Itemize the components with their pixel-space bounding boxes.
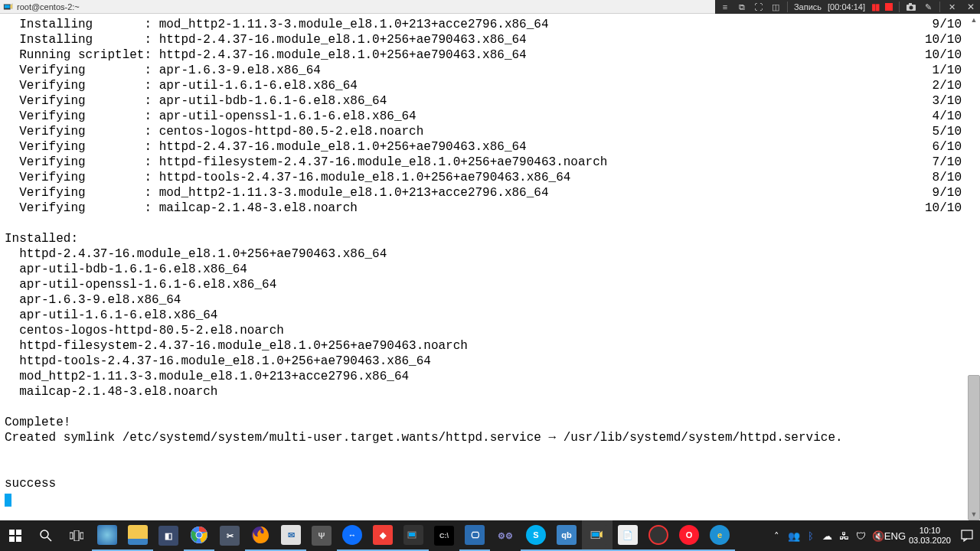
terminal-line: Verifying : httpd-2.4.37-16.module_el8.1… <box>5 139 963 155</box>
terminal-line: httpd-2.4.37-16.module_el8.1.0+256+ae790… <box>5 246 963 262</box>
taskbar[interactable]: ◧ ✂ ✉ Ψ ↔ ◆ C:\ 🖵 ⚙⚙ S qb 📄 O e ˄ 👥 ᛒ ☁ … <box>0 520 980 551</box>
taskbar-app-ie[interactable]: e <box>704 520 735 551</box>
terminal-output[interactable]: Installing : mod_http2-1.11.3-3.module_e… <box>0 14 968 520</box>
svg-rect-8 <box>16 536 21 542</box>
taskbar-app-browser1[interactable] <box>92 520 122 551</box>
terminal-line: Verifying : apr-util-1.6.1-6.el8.x86_642… <box>5 78 963 93</box>
terminal-line: mailcap-2.1.48-3.el8.noarch <box>5 384 963 399</box>
region-icon[interactable]: ◫ <box>770 2 781 12</box>
svg-rect-3 <box>909 3 912 5</box>
terminal-line <box>5 216 963 231</box>
terminal-line: Verifying : httpd-tools-2.4.37-16.module… <box>5 170 963 185</box>
svg-point-9 <box>41 530 48 538</box>
taskbar-app-explorer[interactable] <box>122 520 153 551</box>
taskbar-app-cmd[interactable]: C:\ <box>429 520 459 551</box>
recording-time: [00:04:14] <box>828 2 865 11</box>
svg-rect-22 <box>592 533 599 537</box>
tray-defender-icon[interactable]: 🛡 <box>855 530 867 542</box>
terminal-line: httpd-tools-2.4.37-16.module_el8.1.0+256… <box>5 354 963 369</box>
scrollbar-thumb[interactable] <box>968 375 980 520</box>
start-button[interactable] <box>0 520 31 551</box>
tray-notifications-icon[interactable] <box>959 528 975 543</box>
taskbar-app-skype[interactable]: S <box>521 520 551 551</box>
taskbar-app-notepad[interactable]: 📄 <box>612 520 643 551</box>
taskbar-app-putty-active[interactable] <box>582 520 612 551</box>
terminal-line: Verifying : httpd-filesystem-2.4.37-16.m… <box>5 155 963 170</box>
terminal-line <box>5 399 963 415</box>
taskbar-app-putty2[interactable] <box>398 520 429 551</box>
svg-rect-6 <box>16 530 21 535</box>
terminal-line: Verifying : mailcap-2.1.48-3.el8.noarch1… <box>5 201 963 216</box>
terminal-line <box>5 461 963 476</box>
terminal-line: Installing : httpd-2.4.37-16.module_el8.… <box>5 32 963 47</box>
terminal-line: mod_http2-1.11.3-3.module_el8.1.0+213+ac… <box>5 369 963 384</box>
terminal-line: apr-util-openssl-1.6.1-6.el8.x86_64 <box>5 277 963 292</box>
terminal-line: Verifying : mod_http2-1.11.3-3.module_el… <box>5 185 963 201</box>
terminal-line: Installing : mod_http2-1.11.3-3.module_e… <box>5 17 963 32</box>
svg-rect-1 <box>5 5 10 8</box>
svg-rect-12 <box>74 530 79 541</box>
taskbar-app-rdp[interactable]: 🖵 <box>459 520 490 551</box>
tray-language[interactable]: ENG <box>889 530 901 542</box>
taskbar-app-usb[interactable]: Ψ <box>306 520 337 551</box>
svg-line-10 <box>47 537 51 541</box>
tray-cloud-icon[interactable]: ☁ <box>822 530 834 542</box>
separator <box>939 2 940 12</box>
tray-network-icon[interactable]: 🖧 <box>838 530 851 542</box>
tray-people-icon[interactable]: 👥 <box>788 530 800 542</box>
separator <box>899 2 900 12</box>
terminal-line: apr-util-bdb-1.6.1-6.el8.x86_64 <box>5 262 963 277</box>
svg-rect-11 <box>70 533 73 539</box>
taskbar-app-qbit[interactable]: qb <box>551 520 582 551</box>
svg-rect-20 <box>409 533 415 536</box>
layout-icon[interactable]: ≡ <box>720 2 730 12</box>
scroll-down-button[interactable]: ▼ <box>968 508 980 520</box>
taskbar-app-teamviewer[interactable]: ↔ <box>337 520 368 551</box>
taskbar-app-mail[interactable]: ✉ <box>276 520 306 551</box>
terminal-line: success <box>5 476 963 491</box>
terminal-line: Verifying : centos-logos-httpd-80.5-2.el… <box>5 124 963 139</box>
overlap-icon[interactable]: ⧉ <box>737 2 747 12</box>
terminal-cursor-line <box>5 491 963 507</box>
taskbar-app-opera[interactable]: O <box>674 520 704 551</box>
tray-bluetooth-icon[interactable]: ᛒ <box>805 530 817 542</box>
tray-volume-icon[interactable]: 🔇 <box>872 530 884 542</box>
window-close-button[interactable]: ✕ <box>962 0 980 14</box>
separator <box>787 2 788 12</box>
putty-icon <box>3 2 14 11</box>
svg-rect-7 <box>9 536 15 542</box>
tray-chevron-icon[interactable]: ˄ <box>771 530 783 542</box>
svg-point-4 <box>910 6 913 10</box>
terminal-line: apr-util-1.6.1-6.el8.x86_64 <box>5 308 963 323</box>
cursor <box>5 494 11 507</box>
system-tray[interactable]: ˄ 👥 ᛒ ☁ 🖧 🛡 🔇 ENG 10:1003.03.2020 <box>766 526 980 546</box>
taskbar-app-snip[interactable]: ✂ <box>214 520 245 551</box>
pause-icon[interactable]: ▮▮ <box>871 2 879 12</box>
terminal-line: centos-logos-httpd-80.5-2.el8.noarch <box>5 323 963 338</box>
terminal-line: Verifying : apr-util-openssl-1.6.1-6.el8… <box>5 109 963 124</box>
terminal-line: apr-1.6.3-9.el8.x86_64 <box>5 292 963 308</box>
task-view-button[interactable] <box>61 520 92 551</box>
taskbar-app-virtualbox[interactable]: ◧ <box>153 520 184 551</box>
svg-rect-5 <box>9 530 15 535</box>
taskbar-app-screenrec[interactable] <box>643 520 674 551</box>
recording-toolbar[interactable]: ≡ ⧉ ⛶ ◫ Запись [00:04:14] ▮▮ ✎ ✕ <box>715 0 962 14</box>
terminal-line: Verifying : apr-util-bdb-1.6.1-6.el8.x86… <box>5 93 963 109</box>
camera-icon[interactable] <box>906 2 916 12</box>
scroll-up-button[interactable]: ▲ <box>968 14 980 26</box>
taskbar-app-services[interactable]: ⚙⚙ <box>490 520 521 551</box>
tray-clock[interactable]: 10:1003.03.2020 <box>906 526 954 546</box>
terminal-line: Complete! <box>5 415 963 430</box>
draw-icon[interactable]: ✎ <box>923 2 933 12</box>
exit-icon[interactable]: ✕ <box>946 2 957 12</box>
search-button[interactable] <box>31 520 61 551</box>
terminal-line: Installed: <box>5 231 963 246</box>
recording-label: Запись <box>794 2 822 11</box>
svg-rect-23 <box>962 530 972 539</box>
taskbar-app-chrome[interactable] <box>184 520 214 551</box>
taskbar-app-anydesk[interactable]: ◆ <box>368 520 398 551</box>
fullscreen-icon[interactable]: ⛶ <box>753 2 764 12</box>
stop-icon[interactable] <box>885 3 893 11</box>
svg-rect-13 <box>80 533 83 539</box>
taskbar-app-firefox[interactable] <box>245 520 276 551</box>
